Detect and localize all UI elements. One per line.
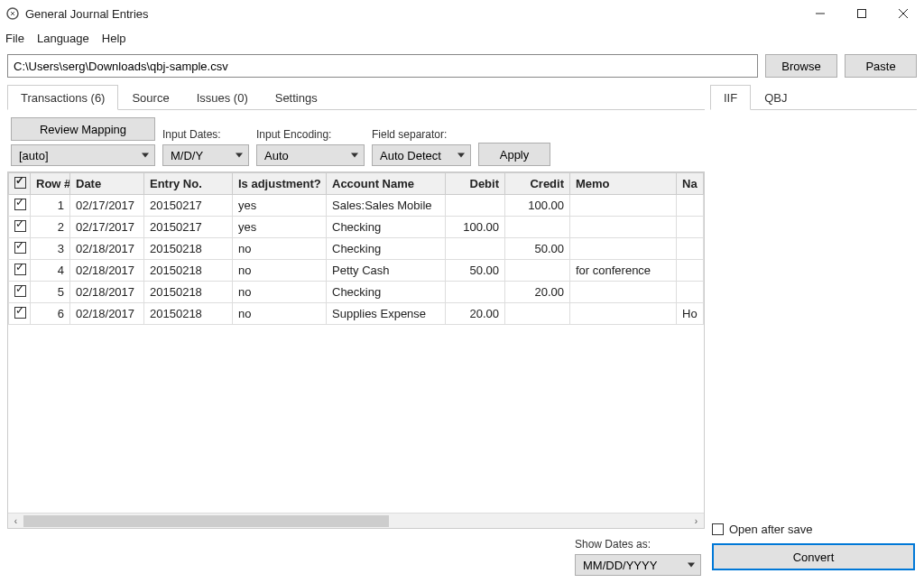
column-header[interactable]: Date	[70, 173, 144, 195]
cell-credit: 20.00	[505, 282, 570, 303]
cell-na	[677, 217, 704, 238]
row-checkbox[interactable]	[14, 199, 26, 210]
cell-account: Checking	[327, 282, 446, 303]
cell-debit: 20.00	[446, 303, 505, 325]
cell-row: 6	[31, 303, 70, 325]
cell-na	[677, 282, 704, 303]
table-row[interactable]: 402/18/201720150218noPetty Cash50.00for …	[9, 260, 704, 282]
tab-source[interactable]: Source	[118, 85, 182, 110]
row-checkbox[interactable]	[14, 264, 26, 275]
scroll-right-icon[interactable]: ›	[688, 514, 704, 529]
cell-na	[677, 195, 704, 217]
column-header[interactable]	[9, 173, 31, 195]
table-row[interactable]: 102/17/201720150217yesSales:Sales Mobile…	[9, 195, 704, 217]
scroll-thumb[interactable]	[23, 515, 389, 527]
column-header[interactable]: Na	[677, 173, 704, 195]
right-tabs: IIFQBJ	[710, 83, 917, 110]
table-row[interactable]: 302/18/201720150218noChecking50.00	[9, 238, 704, 260]
cell-credit	[505, 217, 570, 238]
cell-debit	[446, 195, 505, 217]
left-pane: Transactions (6)SourceIssues (0)Settings…	[7, 83, 705, 576]
scroll-left-icon[interactable]: ‹	[8, 514, 23, 529]
tab-iif[interactable]: IIF	[710, 85, 751, 110]
column-header[interactable]: Memo	[570, 173, 677, 195]
cell-adjustment: no	[233, 303, 327, 325]
table-row[interactable]: 202/17/201720150217yesChecking100.00	[9, 217, 704, 238]
input-encoding-select[interactable]: Auto	[256, 144, 365, 166]
show-dates-select[interactable]: MM/DD/YYYY	[575, 554, 701, 576]
cell-na	[677, 260, 704, 282]
cell-row: 3	[31, 238, 70, 260]
close-button[interactable]	[882, 0, 924, 27]
cell-date: 02/18/2017	[70, 238, 144, 260]
column-header[interactable]: Row #	[31, 173, 70, 195]
review-mapping-button[interactable]: Review Mapping	[11, 117, 155, 141]
browse-button[interactable]: Browse	[765, 54, 837, 78]
cell-entry: 20150217	[144, 217, 233, 238]
cell-row: 1	[31, 195, 70, 217]
cell-account: Supplies Expense	[327, 303, 446, 325]
column-header[interactable]: Entry No.	[144, 173, 233, 195]
cell-debit: 50.00	[446, 260, 505, 282]
cell-adjustment: no	[233, 282, 327, 303]
column-header[interactable]: Account Name	[327, 173, 446, 195]
cell-adjustment: yes	[233, 217, 327, 238]
cell-adjustment: yes	[233, 195, 327, 217]
tab-settings[interactable]: Settings	[262, 85, 331, 110]
right-pane-body	[710, 110, 917, 517]
input-dates-select[interactable]: M/D/Y	[162, 144, 249, 166]
window-title: General Journal Entries	[25, 7, 149, 21]
cell-debit: 100.00	[446, 217, 505, 238]
tab-transactions-6[interactable]: Transactions (6)	[7, 85, 118, 110]
cell-row: 2	[31, 217, 70, 238]
cell-credit	[505, 260, 570, 282]
cell-credit: 100.00	[505, 195, 570, 217]
table-row[interactable]: 502/18/201720150218noChecking20.00	[9, 282, 704, 303]
tab-qbj[interactable]: QBJ	[751, 85, 800, 110]
cell-na: Ho	[677, 303, 704, 325]
cell-account: Checking	[327, 238, 446, 260]
app-icon	[5, 6, 20, 21]
auto-select[interactable]: [auto]	[11, 144, 155, 166]
show-dates-label: Show Dates as:	[575, 538, 651, 551]
file-path-input[interactable]	[7, 54, 758, 78]
minimize-button[interactable]	[799, 0, 841, 27]
cell-na	[677, 238, 704, 260]
convert-button[interactable]: Convert	[712, 543, 915, 570]
paste-button[interactable]: Paste	[845, 54, 917, 78]
cell-memo	[570, 303, 677, 325]
menu-help[interactable]: Help	[102, 32, 126, 45]
row-checkbox[interactable]	[14, 307, 26, 319]
column-header[interactable]: Debit	[446, 173, 505, 195]
row-checkbox[interactable]	[14, 242, 26, 254]
apply-button[interactable]: Apply	[478, 143, 550, 166]
cell-memo: for conference	[570, 260, 677, 282]
field-separator-label: Field separator:	[372, 128, 471, 141]
transactions-table: Row #DateEntry No.Is adjustment?Account …	[7, 171, 705, 529]
select-all-checkbox[interactable]	[14, 177, 26, 189]
svg-rect-2	[858, 10, 866, 18]
table-row[interactable]: 602/18/201720150218noSupplies Expense20.…	[9, 303, 704, 325]
menu-language[interactable]: Language	[37, 32, 89, 45]
column-header[interactable]: Is adjustment?	[233, 173, 327, 195]
maximize-button[interactable]	[841, 0, 882, 27]
cell-entry: 20150218	[144, 303, 233, 325]
row-checkbox[interactable]	[14, 285, 26, 297]
cell-memo	[570, 238, 677, 260]
open-after-save-checkbox[interactable]	[712, 523, 724, 535]
cell-row: 5	[31, 282, 70, 303]
cell-entry: 20150218	[144, 238, 233, 260]
cell-entry: 20150218	[144, 260, 233, 282]
menu-file[interactable]: File	[5, 32, 24, 45]
horizontal-scrollbar[interactable]: ‹ ›	[8, 513, 704, 528]
column-header[interactable]: Credit	[505, 173, 570, 195]
cell-memo	[570, 195, 677, 217]
cell-date: 02/18/2017	[70, 282, 144, 303]
tab-issues-0[interactable]: Issues (0)	[183, 85, 262, 110]
cell-debit	[446, 238, 505, 260]
data-table[interactable]: Row #DateEntry No.Is adjustment?Account …	[8, 172, 704, 325]
cell-row: 4	[31, 260, 70, 282]
open-after-save-label: Open after save	[729, 523, 813, 536]
row-checkbox[interactable]	[14, 220, 26, 232]
field-separator-select[interactable]: Auto Detect	[372, 144, 471, 166]
